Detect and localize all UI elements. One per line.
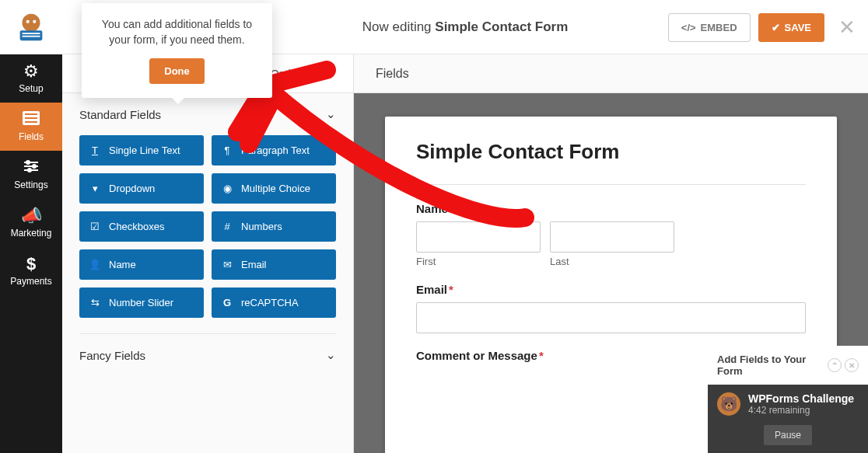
onboarding-popover: You can add additional fields to your fo… xyxy=(82,3,272,98)
close-icon[interactable]: ✕ xyxy=(838,16,856,40)
chevron-down-icon: ⌄ xyxy=(326,348,336,362)
dollar-icon: $ xyxy=(26,256,36,273)
standard-fields-grid: TSingle Line Text ¶Paragraph Text ▾Dropd… xyxy=(62,135,353,333)
check-icon: ✔ xyxy=(772,22,780,33)
brand-logo xyxy=(0,0,62,54)
fields-panel: Add Fields ⌄ Field Options › Standard Fi… xyxy=(62,54,354,453)
field-name-preview[interactable]: Name* First Last xyxy=(416,202,806,267)
field-name[interactable]: 👤Name xyxy=(79,249,204,280)
field-email[interactable]: ✉Email xyxy=(212,249,336,280)
nav-marketing[interactable]: 📣 Marketing xyxy=(0,199,62,247)
challenge-remaining: 4:42 remaining xyxy=(748,405,854,416)
text-icon: T xyxy=(89,145,101,156)
header-title: Now editing Simple Contact Form xyxy=(362,19,569,35)
nav-settings[interactable]: Settings xyxy=(0,151,62,199)
email-input[interactable] xyxy=(416,302,806,333)
svg-point-13 xyxy=(26,161,30,164)
gear-icon: ⚙ xyxy=(23,63,39,80)
divider xyxy=(416,184,806,185)
svg-rect-5 xyxy=(23,36,40,37)
field-numbers[interactable]: #Numbers xyxy=(212,211,336,242)
field-checkboxes[interactable]: ☑Checkboxes xyxy=(79,211,204,242)
nav-label: Marketing xyxy=(11,228,52,239)
radio-icon: ◉ xyxy=(221,183,233,194)
pause-button[interactable]: Pause xyxy=(764,425,812,445)
nav-fields[interactable]: Fields xyxy=(0,103,62,151)
svg-point-2 xyxy=(33,20,36,23)
first-sublabel: First xyxy=(416,256,541,267)
collapse-icon[interactable]: ⌃ xyxy=(828,358,842,372)
sliders-icon xyxy=(23,159,40,176)
paragraph-icon: ¶ xyxy=(221,145,233,156)
svg-point-15 xyxy=(28,169,31,172)
list-icon xyxy=(23,111,40,128)
embed-button[interactable]: </> EMBED xyxy=(668,13,751,42)
nav-payments[interactable]: $ Payments xyxy=(0,247,62,295)
challenge-widget: Add Fields to Your Form ⌃ ✕ 🐻 WPForms Ch… xyxy=(708,346,868,453)
nav-label: Fields xyxy=(19,131,44,142)
svg-rect-9 xyxy=(25,121,37,123)
chevron-down-icon: ⌄ xyxy=(326,107,336,121)
svg-rect-8 xyxy=(25,117,37,119)
preview-bar: Fields xyxy=(354,54,868,93)
nav-setup[interactable]: ⚙ Setup xyxy=(0,54,62,103)
section-fancy-fields[interactable]: Fancy Fields ⌄ xyxy=(62,334,353,376)
checkbox-icon: ☑ xyxy=(89,221,101,232)
recaptcha-icon: G xyxy=(221,297,233,308)
field-label: Email* xyxy=(416,283,806,296)
field-paragraph-text[interactable]: ¶Paragraph Text xyxy=(212,135,336,166)
svg-point-14 xyxy=(33,165,36,168)
field-multiple-choice[interactable]: ◉Multiple Choice xyxy=(212,173,336,204)
dropdown-icon: ▾ xyxy=(89,183,101,194)
sidebar: ⚙ Setup Fields Settings 📣 Marketing $ Pa… xyxy=(0,0,62,453)
chevron-right-icon: › xyxy=(314,69,317,78)
field-email-preview[interactable]: Email* xyxy=(416,283,806,333)
hash-icon: # xyxy=(221,221,233,232)
field-label: Name* xyxy=(416,202,806,215)
megaphone-icon: 📣 xyxy=(21,207,42,225)
svg-rect-4 xyxy=(23,33,40,34)
last-name-input[interactable] xyxy=(550,221,674,253)
save-button[interactable]: ✔ SAVE xyxy=(758,13,824,42)
challenge-logo: 🐻 xyxy=(717,392,740,416)
done-button[interactable]: Done xyxy=(149,58,205,84)
field-single-line-text[interactable]: TSingle Line Text xyxy=(79,135,204,166)
svg-point-1 xyxy=(26,20,30,23)
person-icon: 👤 xyxy=(89,259,101,270)
section-standard-fields[interactable]: Standard Fields ⌄ xyxy=(62,93,353,135)
close-icon[interactable]: ✕ xyxy=(845,358,859,372)
form-title: Simple Contact Form xyxy=(416,140,806,164)
svg-rect-7 xyxy=(25,113,37,115)
field-dropdown[interactable]: ▾Dropdown xyxy=(79,173,204,204)
field-number-slider[interactable]: ⇆Number Slider xyxy=(79,287,204,318)
nav-label: Settings xyxy=(14,179,47,190)
svg-point-0 xyxy=(23,14,40,32)
field-recaptcha[interactable]: GreCAPTCHA xyxy=(212,287,336,318)
code-icon: </> xyxy=(681,22,696,33)
last-sublabel: Last xyxy=(550,256,674,267)
nav-label: Setup xyxy=(19,83,43,94)
first-name-input[interactable] xyxy=(416,221,541,253)
nav-label: Payments xyxy=(10,276,51,287)
challenge-header: Add Fields to Your Form ⌃ ✕ xyxy=(708,346,868,385)
challenge-title: WPForms Challenge xyxy=(748,392,854,405)
slider-icon: ⇆ xyxy=(89,297,101,308)
envelope-icon: ✉ xyxy=(221,259,233,270)
popover-text: You can add additional fields to your fo… xyxy=(97,17,257,47)
